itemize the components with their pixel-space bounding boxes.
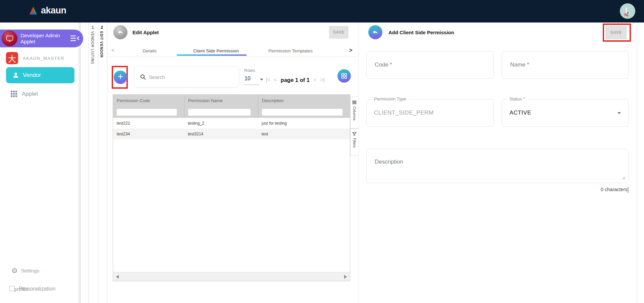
edit-applet-title: Edit Applet — [132, 30, 159, 35]
scroll-right-icon[interactable] — [344, 275, 347, 279]
tabs-scroll-left-icon[interactable]: < — [111, 47, 114, 53]
permissions-table: Permission Code Permission Name Descript… — [113, 94, 350, 281]
panel-divider — [359, 23, 359, 303]
sidebar-item-label: Vendor — [23, 72, 41, 79]
filters-tool[interactable]: Filters — [350, 128, 358, 156]
status-dropdown-icon[interactable] — [618, 112, 621, 114]
tab-details[interactable]: Details — [143, 48, 156, 53]
back-arrow-icon — [117, 29, 124, 36]
table-row[interactable]: test222 testing_2 just for testing — [113, 118, 350, 129]
personalization-checkbox[interactable] — [9, 286, 15, 291]
name-input[interactable] — [502, 51, 628, 78]
table-view-button[interactable] — [337, 69, 351, 83]
add-permission-title: Add Client Side Permission — [388, 30, 454, 35]
filter-permission-name-input[interactable] — [188, 109, 251, 116]
filter-description-input[interactable] — [262, 109, 342, 116]
permission-type-value: CLIENT_SIDE_PERM — [367, 99, 493, 126]
personalization-label[interactable]: Personalization — [19, 286, 55, 292]
tab-client-side-permission[interactable]: Client Side Permission — [193, 48, 239, 53]
tab-permission-templates[interactable]: Permission Templates — [268, 48, 313, 53]
workspace-tab-number: 2 — [101, 25, 103, 30]
scroll-left-icon[interactable] — [116, 275, 119, 279]
back-arrow-icon — [372, 29, 379, 36]
table-row[interactable]: test234 test3214 test — [113, 129, 350, 139]
page-indicator: page 1 of 1 — [281, 77, 310, 83]
active-tab-underline — [177, 54, 247, 56]
permission-type-label: Permission Type — [372, 96, 408, 101]
cell-description: test — [258, 129, 350, 139]
grid-view-icon — [340, 72, 348, 80]
description-input[interactable] — [366, 149, 629, 183]
tabbar-border — [107, 56, 358, 57]
columns-tool[interactable]: Columns — [350, 97, 358, 128]
right-scrollbar-track — [637, 23, 637, 303]
back-button[interactable] — [368, 25, 382, 39]
status-field[interactable]: Status * ACTIVE — [502, 99, 629, 127]
sidebar-item-vendor[interactable]: Vendor — [6, 67, 74, 83]
workspace-tab-number: 1 — [92, 25, 94, 30]
rows-label: Rows — [244, 68, 255, 73]
left-sidebar — [0, 23, 80, 303]
app-screen: akaun L Developer Admin Applet 大 AKAUN_M… — [0, 0, 644, 303]
save-annotation-box — [603, 24, 631, 42]
top-navbar: akaun L — [0, 0, 644, 23]
text-cursor — [628, 187, 629, 193]
strip-divider — [89, 23, 89, 303]
avatar-leaf-icon — [627, 12, 629, 14]
column-header[interactable]: Description — [258, 95, 350, 106]
developer-applet-icon — [2, 31, 17, 46]
rows-underline — [244, 85, 259, 85]
avatar-flower-icon — [627, 15, 628, 16]
search-icon — [140, 74, 146, 80]
sidebar-item-applet[interactable]: Applet — [10, 90, 38, 98]
status-value: ACTIVE — [502, 99, 628, 126]
name-field — [502, 51, 629, 79]
rows-caret-icon[interactable] — [260, 79, 263, 81]
description-field — [366, 149, 629, 183]
collapse-sidebar-icon[interactable] — [70, 34, 80, 43]
code-field — [366, 51, 494, 79]
logo-text: akaun — [41, 5, 66, 16]
workspace-tab-label: EDIT VENDOR — [100, 31, 103, 58]
akaun-triangle-icon — [28, 6, 38, 15]
resize-handle-icon[interactable] — [621, 175, 625, 180]
horizontal-scrollbar[interactable] — [113, 272, 350, 281]
tenant-label: AKAUN_MASTER — [23, 56, 64, 61]
edit-applet-save-button[interactable]: SAVE — [329, 26, 348, 39]
strip-divider — [98, 23, 98, 303]
strip-divider — [107, 23, 107, 303]
tenant-row[interactable]: 大 AKAUN_MASTER — [6, 52, 64, 64]
applet-header[interactable]: Developer Admin Applet — [0, 30, 83, 47]
cell-permission-name: test3214 — [184, 129, 258, 139]
applet-title: Developer Admin Applet — [20, 33, 66, 44]
first-page-button[interactable]: |< — [266, 77, 270, 83]
table-header-row: Permission Code Permission Name Descript… — [113, 95, 350, 106]
user-avatar[interactable]: L — [620, 3, 635, 19]
akaun-master-icon: 大 — [6, 52, 18, 64]
permission-type-field: Permission Type CLIENT_SIDE_PERM — [366, 99, 494, 127]
search-input[interactable] — [149, 74, 233, 80]
tabs-scroll-right-icon[interactable]: > — [349, 47, 352, 53]
character-count: 0 characters — [537, 187, 628, 193]
pagination: |< < page 1 of 1 > >| — [266, 75, 325, 85]
monitor-icon — [5, 34, 14, 43]
add-permission-button[interactable]: + — [114, 71, 127, 84]
last-page-button[interactable]: >| — [320, 77, 325, 83]
filter-permission-code-input[interactable] — [117, 109, 177, 116]
columns-icon — [352, 100, 357, 105]
akaun-logo: akaun — [28, 5, 66, 16]
status-label: Status * — [507, 96, 527, 101]
column-header[interactable]: Permission Code — [113, 95, 184, 106]
rows-per-page-select[interactable]: 10 — [245, 76, 251, 82]
next-page-button[interactable]: > — [313, 77, 316, 83]
back-button[interactable] — [113, 25, 127, 39]
search-box — [134, 67, 239, 87]
table-empty-area — [113, 139, 350, 272]
columns-label: Columns — [353, 106, 357, 120]
column-header[interactable]: Permission Name — [184, 95, 258, 106]
person-icon — [12, 72, 19, 79]
code-input[interactable] — [367, 51, 493, 78]
prev-page-button[interactable]: < — [274, 77, 277, 83]
cell-permission-code: test222 — [113, 118, 184, 129]
sidebar-item-settings[interactable]: ⚙ Settings — [11, 267, 39, 274]
